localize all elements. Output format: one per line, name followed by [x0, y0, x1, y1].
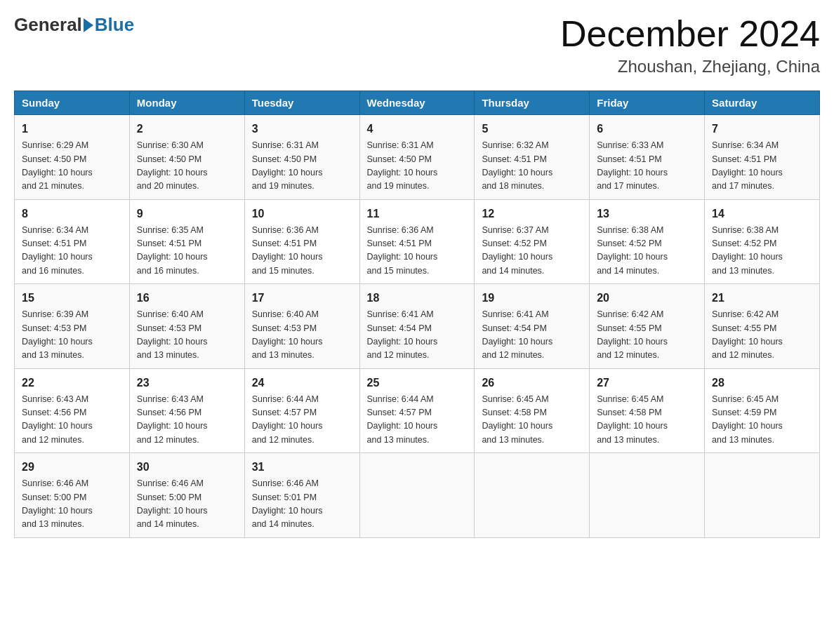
- week-row-3: 15Sunrise: 6:39 AMSunset: 4:53 PMDayligh…: [15, 284, 820, 369]
- week-row-4: 22Sunrise: 6:43 AMSunset: 4:56 PMDayligh…: [15, 368, 820, 453]
- day-cell: 26Sunrise: 6:45 AMSunset: 4:58 PMDayligh…: [475, 368, 590, 453]
- day-number: 21: [712, 290, 812, 307]
- location-title: Zhoushan, Zhejiang, China: [560, 57, 820, 76]
- day-info: Sunrise: 6:45 AMSunset: 4:59 PMDaylight:…: [712, 393, 812, 448]
- week-row-2: 8Sunrise: 6:34 AMSunset: 4:51 PMDaylight…: [15, 199, 820, 284]
- month-title: December 2024: [560, 14, 820, 54]
- day-info: Sunrise: 6:38 AMSunset: 4:52 PMDaylight:…: [712, 224, 812, 279]
- day-cell: 18Sunrise: 6:41 AMSunset: 4:54 PMDayligh…: [359, 284, 475, 369]
- day-cell: 17Sunrise: 6:40 AMSunset: 4:53 PMDayligh…: [244, 284, 359, 369]
- day-cell: 5Sunrise: 6:32 AMSunset: 4:51 PMDaylight…: [475, 115, 590, 200]
- day-cell: 2Sunrise: 6:30 AMSunset: 4:50 PMDaylight…: [129, 115, 244, 200]
- day-number: 23: [137, 375, 237, 391]
- day-info: Sunrise: 6:39 AMSunset: 4:53 PMDaylight:…: [22, 308, 122, 363]
- col-header-sunday: Sunday: [15, 91, 130, 115]
- day-number: 15: [22, 290, 122, 307]
- day-cell: 19Sunrise: 6:41 AMSunset: 4:54 PMDayligh…: [475, 284, 590, 369]
- day-cell: 24Sunrise: 6:44 AMSunset: 4:57 PMDayligh…: [244, 368, 359, 453]
- week-row-1: 1Sunrise: 6:29 AMSunset: 4:50 PMDaylight…: [15, 115, 820, 200]
- day-number: 14: [712, 206, 812, 222]
- day-cell: 28Sunrise: 6:45 AMSunset: 4:59 PMDayligh…: [705, 368, 820, 453]
- day-number: 6: [597, 121, 697, 137]
- col-header-tuesday: Tuesday: [244, 91, 359, 115]
- col-header-monday: Monday: [129, 91, 244, 115]
- day-cell: 23Sunrise: 6:43 AMSunset: 4:56 PMDayligh…: [129, 368, 244, 453]
- day-cell: 1Sunrise: 6:29 AMSunset: 4:50 PMDaylight…: [15, 115, 130, 200]
- col-header-thursday: Thursday: [475, 91, 590, 115]
- day-number: 30: [137, 459, 237, 476]
- day-cell: 14Sunrise: 6:38 AMSunset: 4:52 PMDayligh…: [705, 199, 820, 284]
- day-number: 10: [252, 206, 352, 222]
- col-header-friday: Friday: [590, 91, 705, 115]
- day-info: Sunrise: 6:34 AMSunset: 4:51 PMDaylight:…: [22, 224, 122, 279]
- day-number: 11: [367, 206, 468, 222]
- day-info: Sunrise: 6:36 AMSunset: 4:51 PMDaylight:…: [252, 224, 352, 279]
- day-info: Sunrise: 6:31 AMSunset: 4:50 PMDaylight:…: [367, 139, 468, 194]
- day-cell: [705, 453, 820, 538]
- day-info: Sunrise: 6:44 AMSunset: 4:57 PMDaylight:…: [252, 393, 352, 448]
- day-cell: 25Sunrise: 6:44 AMSunset: 4:57 PMDayligh…: [359, 368, 475, 453]
- day-cell: 6Sunrise: 6:33 AMSunset: 4:51 PMDaylight…: [590, 115, 705, 200]
- day-info: Sunrise: 6:31 AMSunset: 4:50 PMDaylight:…: [252, 139, 352, 194]
- day-number: 1: [22, 121, 122, 137]
- day-info: Sunrise: 6:36 AMSunset: 4:51 PMDaylight:…: [367, 224, 468, 279]
- day-cell: 30Sunrise: 6:46 AMSunset: 5:00 PMDayligh…: [129, 453, 244, 538]
- day-cell: 15Sunrise: 6:39 AMSunset: 4:53 PMDayligh…: [15, 284, 130, 369]
- day-number: 24: [252, 375, 352, 391]
- day-info: Sunrise: 6:43 AMSunset: 4:56 PMDaylight:…: [22, 393, 122, 448]
- day-number: 13: [597, 206, 697, 222]
- day-info: Sunrise: 6:41 AMSunset: 4:54 PMDaylight:…: [367, 308, 468, 363]
- day-cell: 12Sunrise: 6:37 AMSunset: 4:52 PMDayligh…: [475, 199, 590, 284]
- day-cell: 27Sunrise: 6:45 AMSunset: 4:58 PMDayligh…: [590, 368, 705, 453]
- day-cell: 9Sunrise: 6:35 AMSunset: 4:51 PMDaylight…: [129, 199, 244, 284]
- day-info: Sunrise: 6:46 AMSunset: 5:01 PMDaylight:…: [252, 477, 352, 532]
- day-cell: [359, 453, 475, 538]
- day-number: 27: [597, 375, 697, 391]
- day-cell: 21Sunrise: 6:42 AMSunset: 4:55 PMDayligh…: [705, 284, 820, 369]
- day-info: Sunrise: 6:42 AMSunset: 4:55 PMDaylight:…: [712, 308, 812, 363]
- day-cell: 31Sunrise: 6:46 AMSunset: 5:01 PMDayligh…: [244, 453, 359, 538]
- day-number: 7: [712, 121, 812, 137]
- day-cell: 7Sunrise: 6:34 AMSunset: 4:51 PMDaylight…: [705, 115, 820, 200]
- page-header: General Blue December 2024 Zhoushan, Zhe…: [14, 14, 820, 76]
- day-number: 8: [22, 206, 122, 222]
- day-cell: 3Sunrise: 6:31 AMSunset: 4:50 PMDaylight…: [244, 115, 359, 200]
- day-cell: 20Sunrise: 6:42 AMSunset: 4:55 PMDayligh…: [590, 284, 705, 369]
- day-cell: 8Sunrise: 6:34 AMSunset: 4:51 PMDaylight…: [15, 199, 130, 284]
- logo-triangle-icon: [84, 18, 93, 32]
- day-info: Sunrise: 6:40 AMSunset: 4:53 PMDaylight:…: [137, 308, 237, 363]
- day-number: 17: [252, 290, 352, 307]
- day-cell: 22Sunrise: 6:43 AMSunset: 4:56 PMDayligh…: [15, 368, 130, 453]
- day-info: Sunrise: 6:29 AMSunset: 4:50 PMDaylight:…: [22, 139, 122, 194]
- header-row: SundayMondayTuesdayWednesdayThursdayFrid…: [15, 91, 820, 115]
- day-number: 20: [597, 290, 697, 307]
- day-number: 5: [482, 121, 582, 137]
- day-cell: 4Sunrise: 6:31 AMSunset: 4:50 PMDaylight…: [359, 115, 475, 200]
- day-cell: 10Sunrise: 6:36 AMSunset: 4:51 PMDayligh…: [244, 199, 359, 284]
- day-number: 12: [482, 206, 582, 222]
- logo: General Blue: [14, 14, 134, 36]
- day-number: 28: [712, 375, 812, 391]
- title-block: December 2024 Zhoushan, Zhejiang, China: [560, 14, 820, 76]
- day-info: Sunrise: 6:45 AMSunset: 4:58 PMDaylight:…: [597, 393, 697, 448]
- day-number: 2: [137, 121, 237, 137]
- day-info: Sunrise: 6:46 AMSunset: 5:00 PMDaylight:…: [22, 477, 122, 532]
- day-info: Sunrise: 6:35 AMSunset: 4:51 PMDaylight:…: [137, 224, 237, 279]
- day-cell: 13Sunrise: 6:38 AMSunset: 4:52 PMDayligh…: [590, 199, 705, 284]
- day-info: Sunrise: 6:34 AMSunset: 4:51 PMDaylight:…: [712, 139, 812, 194]
- logo-general-text: General: [14, 14, 82, 36]
- day-info: Sunrise: 6:45 AMSunset: 4:58 PMDaylight:…: [482, 393, 582, 448]
- day-cell: [590, 453, 705, 538]
- day-number: 4: [367, 121, 468, 137]
- day-info: Sunrise: 6:37 AMSunset: 4:52 PMDaylight:…: [482, 224, 582, 279]
- day-cell: [475, 453, 590, 538]
- day-number: 29: [22, 459, 122, 476]
- day-info: Sunrise: 6:38 AMSunset: 4:52 PMDaylight:…: [597, 224, 697, 279]
- day-number: 31: [252, 459, 352, 476]
- day-info: Sunrise: 6:30 AMSunset: 4:50 PMDaylight:…: [137, 139, 237, 194]
- week-row-5: 29Sunrise: 6:46 AMSunset: 5:00 PMDayligh…: [15, 453, 820, 538]
- calendar-table: SundayMondayTuesdayWednesdayThursdayFrid…: [14, 90, 820, 538]
- day-cell: 29Sunrise: 6:46 AMSunset: 5:00 PMDayligh…: [15, 453, 130, 538]
- day-number: 26: [482, 375, 582, 391]
- day-number: 22: [22, 375, 122, 391]
